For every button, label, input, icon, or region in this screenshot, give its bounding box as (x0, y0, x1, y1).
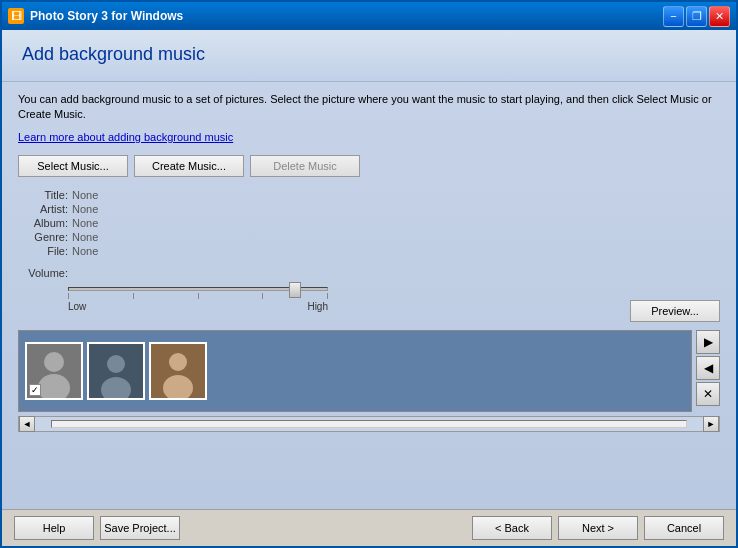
help-button[interactable]: Help (14, 516, 94, 540)
album-label: Album: (18, 217, 68, 229)
next-button[interactable]: Next > (558, 516, 638, 540)
svg-point-4 (107, 355, 125, 373)
album-row: Album: None (18, 217, 720, 229)
main-content: Add background music You can add backgro… (2, 30, 736, 546)
tick-1 (68, 293, 69, 299)
svg-point-1 (44, 352, 64, 372)
music-info: Title: None Artist: None Album: None Gen… (18, 189, 720, 257)
filmstrip-side-nav: ▶ ◀ ✕ (692, 330, 720, 412)
genre-label: Genre: (18, 231, 68, 243)
tick-3 (198, 293, 199, 299)
file-label: File: (18, 245, 68, 257)
artist-value: None (72, 203, 98, 215)
artist-label: Artist: (18, 203, 68, 215)
thumb2-image (89, 344, 143, 398)
artist-row: Artist: None (18, 203, 720, 215)
scrollbar-track (51, 420, 687, 428)
scroll-right-button[interactable]: ► (703, 416, 719, 432)
volume-slider-container (68, 287, 328, 299)
genre-row: Genre: None (18, 231, 720, 243)
file-value: None (72, 245, 98, 257)
restore-button[interactable]: ❐ (686, 6, 707, 27)
filmstrip-wrapper: ✓ (18, 330, 720, 412)
filmstrip-prev-button[interactable]: ◀ (696, 356, 720, 380)
window-controls: − ❐ ✕ (663, 6, 730, 27)
save-project-button[interactable]: Save Project... (100, 516, 180, 540)
film-thumbnail-1[interactable]: ✓ (25, 342, 83, 400)
filmstrip-delete-button[interactable]: ✕ (696, 382, 720, 406)
app-icon: 🎞 (8, 8, 24, 24)
thumb1-check: ✓ (29, 384, 41, 396)
svg-point-7 (169, 353, 187, 371)
bottom-bar: Help Save Project... < Back Next > Cance… (2, 509, 736, 546)
film-thumbnail-2[interactable] (87, 342, 145, 400)
description-text: You can add background music to a set of… (18, 92, 720, 123)
minimize-button[interactable]: − (663, 6, 684, 27)
title-value: None (72, 189, 98, 201)
preview-button[interactable]: Preview... (630, 300, 720, 322)
filmstrip-container: ✓ (18, 330, 692, 412)
window-title: Photo Story 3 for Windows (30, 9, 663, 23)
volume-label: Volume: (18, 267, 68, 279)
horizontal-scrollbar[interactable]: ◄ ► (18, 416, 720, 432)
filmstrip-scroll-area[interactable]: ✓ (19, 331, 691, 411)
delete-music-button[interactable]: Delete Music (250, 155, 360, 177)
scroll-left-button[interactable]: ◄ (19, 416, 35, 432)
page-title: Add background music (22, 44, 716, 65)
title-bar: 🎞 Photo Story 3 for Windows − ❐ ✕ (2, 2, 736, 30)
filmstrip-next-button[interactable]: ▶ (696, 330, 720, 354)
page-body: You can add background music to a set of… (2, 82, 736, 509)
genre-value: None (72, 231, 98, 243)
volume-row: Volume: (18, 267, 720, 279)
close-button[interactable]: ✕ (709, 6, 730, 27)
volume-track (68, 287, 328, 291)
film-thumbnail-3[interactable] (149, 342, 207, 400)
main-window: 🎞 Photo Story 3 for Windows − ❐ ✕ Add ba… (0, 0, 738, 548)
preview-area: Preview... (18, 300, 720, 322)
page-header: Add background music (2, 30, 736, 82)
back-button[interactable]: < Back (472, 516, 552, 540)
music-buttons: Select Music... Create Music... Delete M… (18, 155, 720, 177)
album-value: None (72, 217, 98, 229)
create-music-button[interactable]: Create Music... (134, 155, 244, 177)
file-row: File: None (18, 245, 720, 257)
title-label: Title: (18, 189, 68, 201)
tick-2 (133, 293, 134, 299)
cancel-button[interactable]: Cancel (644, 516, 724, 540)
learn-more-link[interactable]: Learn more about adding background music (18, 131, 720, 143)
title-row: Title: None (18, 189, 720, 201)
tick-5 (327, 293, 328, 299)
thumb3-image (151, 344, 205, 398)
select-music-button[interactable]: Select Music... (18, 155, 128, 177)
tick-4 (262, 293, 263, 299)
volume-thumb[interactable] (289, 282, 301, 298)
